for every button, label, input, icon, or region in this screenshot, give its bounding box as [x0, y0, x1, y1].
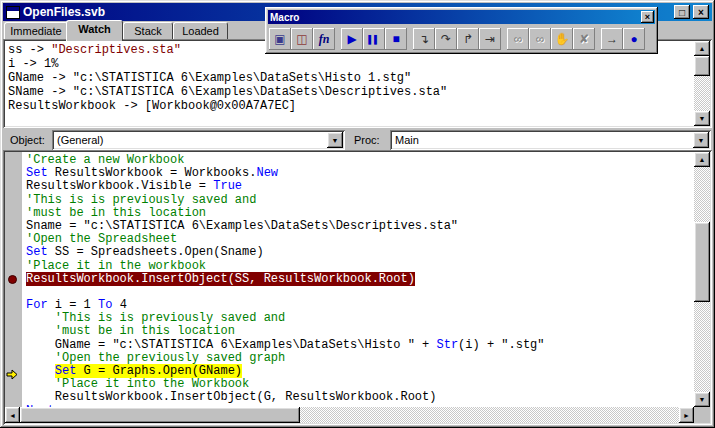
record-icon: ● [630, 32, 637, 46]
code-segment: Set [26, 245, 48, 259]
scroll-left-icon[interactable]: ◄ [5, 407, 20, 423]
tab-immediate[interactable]: Immediate [4, 22, 68, 39]
scroll-right-icon[interactable]: ► [679, 407, 694, 423]
breakpoint-icon[interactable] [8, 275, 17, 284]
quick-watch-button[interactable]: ∞ [507, 28, 529, 50]
code-segment: 'Place it in the workbook [26, 259, 206, 273]
step-out-icon: ↱ [463, 32, 473, 46]
editor-vscroll-thumb[interactable] [694, 222, 710, 302]
object-browser-icon: ◫ [296, 32, 307, 46]
code-segment: 'Create a new Workbook [26, 153, 184, 167]
macro-title: Macro [270, 12, 299, 23]
run-icon: ▶ [347, 32, 356, 46]
run-to-cursor-button[interactable]: ⇥ [479, 28, 501, 50]
watch-line[interactable]: ResultsWorkbook -> [Workbook@0x00A7A7EC] [8, 99, 692, 113]
tab-watch[interactable]: Watch [66, 20, 123, 41]
watch-segment: "Descriptives.sta" [51, 43, 181, 57]
code-segment: 'This is is previously saved and [26, 193, 256, 207]
current-statement-icon [6, 366, 18, 377]
code-segment: i = 1 [48, 298, 98, 312]
stop-button[interactable]: ■ [385, 28, 407, 50]
code-segment: ResultsWorkbook.InsertObject(SS, Results… [26, 272, 415, 286]
scroll-up-icon[interactable]: ▲ [694, 41, 710, 56]
watch-list[interactable]: ss -> "Descriptives.sta"i -> 1%GName -> … [8, 43, 692, 125]
step-out-button[interactable]: ↱ [457, 28, 479, 50]
macro-dialog-button[interactable]: ▣ [269, 28, 291, 50]
step-over-icon: ↷ [441, 32, 451, 46]
scroll-up-icon[interactable]: ▲ [694, 152, 710, 167]
code-editor[interactable]: 'Create a new WorkbookSet ResultsWorkboo… [3, 150, 712, 425]
code-segment: 'must be in this location [26, 206, 206, 220]
add-watch-button[interactable]: ∞ [529, 28, 551, 50]
code-segment: 'Open the Spreadsheet [26, 232, 177, 246]
proc-combobox[interactable]: Main ▼ [390, 130, 711, 150]
code-line[interactable]: ResultsWorkbook.InsertObject(G, ResultsW… [26, 391, 694, 404]
tab-loaded[interactable]: Loaded [173, 22, 228, 39]
editor-text[interactable]: 'Create a new WorkbookSet ResultsWorkboo… [22, 152, 694, 407]
clear-breakpoints-icon: ✘ [579, 32, 589, 46]
code-segment: ResultsWorkbook.InsertObject(G, ResultsW… [55, 390, 437, 404]
function-list-icon: fn [319, 32, 330, 47]
editor-hscroll-thumb[interactable] [20, 407, 300, 423]
macro-title-bar[interactable]: Macro [268, 10, 655, 24]
step-over-button[interactable]: ↷ [435, 28, 457, 50]
macro-close-button[interactable]: × [641, 11, 654, 23]
pause-button[interactable]: ▌▌ [363, 28, 385, 50]
dropdown-icon[interactable]: ▼ [693, 132, 709, 148]
code-segment: For [26, 298, 48, 312]
watch-scroll-thumb[interactable] [694, 56, 710, 76]
macro-toolbar-window[interactable]: Macro × ▣◫fn▶▌▌■↴↷↱⇥∞∞✋✘→● [265, 7, 658, 54]
code-segment: Str [436, 338, 458, 352]
tab-stack[interactable]: Stack [123, 22, 173, 39]
maximize-button[interactable]: □ [674, 5, 690, 19]
function-list-button[interactable]: fn [313, 28, 335, 50]
code-segment: ResultsWorkbook.Visible = [26, 179, 213, 193]
object-browser-button[interactable]: ◫ [291, 28, 313, 50]
code-segment: Sname = "c:\STATISTICA 6\Examples\DataSe… [26, 219, 458, 233]
continue-icon: → [606, 32, 618, 46]
proc-combobox-value: Main [395, 134, 419, 146]
run-button[interactable]: ▶ [341, 28, 363, 50]
watch-segment: SName -> "c:\STATISTICA 6\Examples\DataS… [8, 85, 447, 99]
code-segment: To [98, 298, 112, 312]
stop-icon: ■ [392, 32, 399, 46]
record-button[interactable]: ● [623, 28, 645, 50]
watch-line[interactable]: SName -> "c:\STATISTICA 6\Examples\DataS… [8, 85, 692, 99]
editor-horizontal-scrollbar[interactable]: ◄ ► [5, 407, 694, 423]
code-segment: 'This is is previously saved and [55, 311, 285, 325]
run-to-cursor-icon: ⇥ [485, 32, 495, 46]
watch-line[interactable]: GName -> "c:\STATISTICA 6\Examples\DataS… [8, 71, 692, 85]
watch-segment: i -> 1% [8, 57, 58, 71]
code-segment: (i) + ".stg" [458, 338, 544, 352]
window-title: OpenFiles.svb [23, 5, 105, 19]
object-combobox[interactable]: (General) ▼ [52, 130, 345, 150]
editor-margin[interactable] [5, 152, 22, 407]
code-segment: G = Graphs.Open(GName) [76, 364, 242, 378]
object-label: Object: [10, 134, 45, 146]
watch-line[interactable]: i -> 1% [8, 57, 692, 71]
watch-segment: ResultsWorkbook -> [Workbook@0x00A7A7EC] [8, 99, 296, 113]
scrollbar-corner [694, 407, 710, 423]
clear-breakpoints-button[interactable]: ✘ [573, 28, 595, 50]
watch-scrollbar[interactable]: ▲ ▼ [694, 41, 710, 126]
editor-vertical-scrollbar[interactable]: ▲ ▼ [694, 152, 710, 407]
add-watch-icon: ∞ [536, 32, 545, 46]
code-segment: Set [26, 166, 48, 180]
object-combobox-value: (General) [57, 134, 103, 146]
close-button[interactable]: × [693, 5, 709, 19]
continue-button[interactable]: → [601, 28, 623, 50]
code-segment: ResultsWorkbook = Workbooks. [48, 166, 257, 180]
code-segment: 4 [112, 298, 126, 312]
window-icon [6, 6, 20, 19]
break-hand-button[interactable]: ✋ [551, 28, 573, 50]
code-segment: 'Place it into the Workbook [55, 377, 249, 391]
step-into-icon: ↴ [419, 32, 429, 46]
code-segment: 'Open the previously saved graph [55, 351, 285, 365]
code-segment: SS = Spreadsheets.Open(Sname) [48, 245, 264, 259]
scroll-down-icon[interactable]: ▼ [694, 392, 710, 407]
code-line[interactable]: ResultsWorkbook.InsertObject(SS, Results… [26, 273, 694, 286]
step-into-button[interactable]: ↴ [413, 28, 435, 50]
scroll-down-icon[interactable]: ▼ [694, 111, 710, 126]
code-segment: True [213, 179, 242, 193]
dropdown-icon[interactable]: ▼ [327, 132, 343, 148]
